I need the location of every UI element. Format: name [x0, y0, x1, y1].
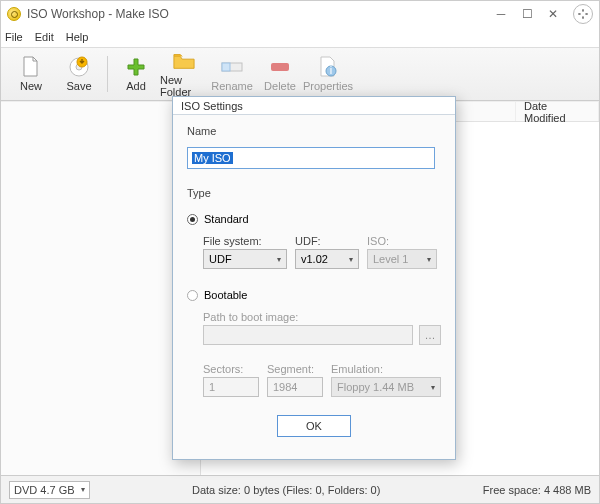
separator [107, 56, 108, 92]
emulation-select: Floppy 1.44 MB▾ [331, 377, 441, 397]
menu-file[interactable]: File [5, 31, 23, 43]
radio-bootable[interactable]: Bootable [187, 289, 441, 301]
dialog-title: ISO Settings [173, 97, 455, 115]
radio-icon [187, 290, 198, 301]
filesystem-select[interactable]: UDF▾ [203, 249, 287, 269]
close-button[interactable]: ✕ [547, 8, 559, 20]
status-datasize: Data size: 0 bytes (Files: 0, Folders: 0… [192, 484, 380, 496]
svg-marker-1 [582, 17, 584, 19]
titlebar: ISO Workshop - Make ISO ─ ☐ ✕ [1, 1, 599, 27]
tree-panel[interactable] [1, 102, 201, 475]
iso-label: ISO: [367, 235, 437, 247]
path-label: Path to boot image: [203, 311, 441, 323]
sectors-label: Sectors: [203, 363, 259, 375]
add-button[interactable]: Add [112, 56, 160, 92]
col-modified[interactable]: Date Modified [516, 102, 599, 121]
maximize-button[interactable]: ☐ [521, 8, 533, 20]
svg-rect-8 [222, 63, 230, 71]
filesystem-label: File system: [203, 235, 287, 247]
save-button[interactable]: Save [55, 56, 103, 92]
rename-button[interactable]: Rename [208, 56, 256, 92]
udf-select[interactable]: v1.02▾ [295, 249, 359, 269]
svg-text:i: i [330, 64, 332, 76]
emulation-label: Emulation: [331, 363, 441, 375]
menu-help[interactable]: Help [66, 31, 89, 43]
bootable-label: Bootable [204, 289, 247, 301]
newfolder-button[interactable]: New Folder [160, 50, 208, 98]
iso-settings-dialog: ISO Settings Name My ISO Type Standard F… [172, 96, 456, 460]
standard-label: Standard [204, 213, 249, 225]
svg-marker-0 [582, 9, 584, 11]
properties-label: Properties [303, 80, 353, 92]
app-icon [7, 7, 21, 21]
new-label: New [20, 80, 42, 92]
path-input [203, 325, 413, 345]
expand-icon[interactable] [573, 4, 593, 24]
properties-button[interactable]: i Properties [304, 56, 352, 92]
name-label: Name [187, 125, 441, 137]
radio-icon [187, 214, 198, 225]
properties-icon: i [317, 56, 339, 78]
svg-rect-9 [271, 63, 289, 71]
chevron-down-icon: ▾ [431, 383, 435, 392]
chevron-down-icon: ▾ [349, 255, 353, 264]
media-value: DVD 4.7 GB [14, 484, 75, 496]
rename-label: Rename [211, 80, 253, 92]
type-label: Type [187, 187, 441, 199]
name-value: My ISO [192, 152, 233, 164]
plus-icon [125, 56, 147, 78]
save-icon [68, 56, 90, 78]
segment-input: 1984 [267, 377, 323, 397]
name-input[interactable]: My ISO [187, 147, 435, 169]
iso-select: Level 1▾ [367, 249, 437, 269]
delete-label: Delete [264, 80, 296, 92]
media-select[interactable]: DVD 4.7 GB ▾ [9, 481, 90, 499]
status-freespace: Free space: 4 488 MB [483, 484, 591, 496]
segment-label: Segment: [267, 363, 323, 375]
delete-button[interactable]: Delete [256, 56, 304, 92]
save-label: Save [66, 80, 91, 92]
chevron-down-icon: ▾ [81, 485, 85, 494]
rename-icon [221, 56, 243, 78]
menubar: File Edit Help [1, 27, 599, 47]
new-button[interactable]: New [7, 56, 55, 92]
toolbar: New Save Add New Folder Rename Delete i … [1, 47, 599, 101]
folder-icon [173, 50, 195, 72]
udf-label: UDF: [295, 235, 359, 247]
svg-marker-3 [586, 13, 588, 15]
minimize-button[interactable]: ─ [495, 8, 507, 20]
svg-marker-2 [578, 13, 580, 15]
menu-edit[interactable]: Edit [35, 31, 54, 43]
add-label: Add [126, 80, 146, 92]
chevron-down-icon: ▾ [427, 255, 431, 264]
statusbar: DVD 4.7 GB ▾ Data size: 0 bytes (Files: … [1, 475, 599, 503]
browse-button: … [419, 325, 441, 345]
window-title: ISO Workshop - Make ISO [27, 7, 489, 21]
ok-button[interactable]: OK [277, 415, 351, 437]
radio-standard[interactable]: Standard [187, 213, 441, 225]
newfolder-label: New Folder [160, 74, 208, 98]
document-icon [20, 56, 42, 78]
sectors-input: 1 [203, 377, 259, 397]
chevron-down-icon: ▾ [277, 255, 281, 264]
delete-icon [269, 56, 291, 78]
